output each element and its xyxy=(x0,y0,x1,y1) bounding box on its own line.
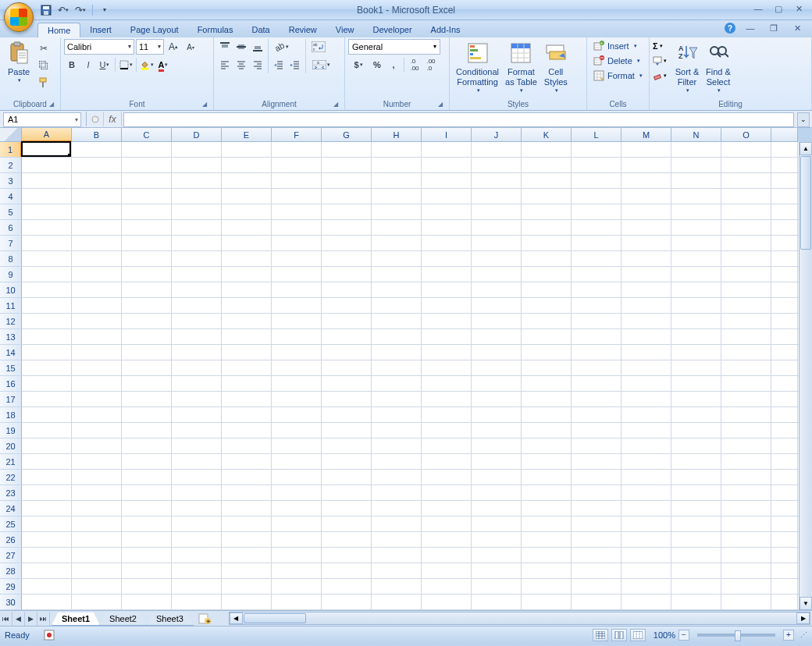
font-size-combo[interactable]: 11 xyxy=(136,39,164,55)
tab-home[interactable]: Home xyxy=(37,23,80,37)
row-header-1[interactable]: 1 xyxy=(0,142,22,158)
office-button[interactable] xyxy=(4,2,34,32)
page-layout-view-icon[interactable] xyxy=(611,629,627,641)
number-format-combo[interactable]: General xyxy=(348,39,440,55)
name-box-expand[interactable] xyxy=(86,112,103,126)
column-header-F[interactable]: F xyxy=(272,128,322,142)
copy-icon[interactable]: ⿻ xyxy=(36,58,52,73)
font-launcher-icon[interactable]: ◢ xyxy=(201,101,208,108)
row-header-12[interactable]: 12 xyxy=(0,314,22,329)
row-header-20[interactable]: 20 xyxy=(0,438,22,454)
row-header-30[interactable]: 30 xyxy=(0,595,22,610)
select-all-button[interactable] xyxy=(0,128,22,142)
column-header-H[interactable]: H xyxy=(372,128,422,142)
normal-view-icon[interactable] xyxy=(593,629,608,641)
number-launcher-icon[interactable]: ◢ xyxy=(436,101,444,108)
close-button[interactable]: ✕ xyxy=(790,3,807,14)
zoom-out-icon[interactable]: − xyxy=(678,630,689,641)
grow-font-icon[interactable]: A▴ xyxy=(166,39,181,55)
maximize-button[interactable]: ▢ xyxy=(770,3,787,14)
zoom-slider[interactable] xyxy=(697,634,775,637)
row-header-26[interactable]: 26 xyxy=(0,532,22,548)
minimize-button[interactable]: — xyxy=(750,3,767,14)
row-header-14[interactable]: 14 xyxy=(0,345,22,360)
cells-area[interactable] xyxy=(22,142,799,610)
redo-icon[interactable]: ↷▾ xyxy=(73,3,87,17)
clear-icon[interactable] xyxy=(653,69,668,83)
vertical-scroll-thumb[interactable] xyxy=(800,156,811,250)
column-header-A[interactable]: A xyxy=(22,128,72,142)
new-sheet-icon[interactable]: ✳ xyxy=(196,612,213,625)
first-sheet-icon[interactable]: ⏮ xyxy=(0,612,12,626)
column-header-O[interactable]: O xyxy=(721,128,771,142)
row-header-11[interactable]: 11 xyxy=(0,298,22,314)
help-icon[interactable]: ? xyxy=(725,23,735,34)
row-header-24[interactable]: 24 xyxy=(0,501,22,516)
sheet-tab-sheet2[interactable]: Sheet2 xyxy=(99,612,147,626)
column-header-N[interactable]: N xyxy=(671,128,721,142)
align-left-icon[interactable] xyxy=(217,57,233,73)
border-icon[interactable] xyxy=(118,57,134,73)
row-header-25[interactable]: 25 xyxy=(0,516,22,532)
row-header-16[interactable]: 16 xyxy=(0,376,22,392)
row-header-5[interactable]: 5 xyxy=(0,204,22,220)
scroll-up-icon[interactable]: ▲ xyxy=(800,142,812,155)
row-header-13[interactable]: 13 xyxy=(0,329,22,345)
tab-review[interactable]: Review xyxy=(280,23,326,37)
doc-minimize-button[interactable]: — xyxy=(742,23,759,34)
row-header-27[interactable]: 27 xyxy=(0,548,22,563)
align-bottom-icon[interactable] xyxy=(250,39,265,55)
row-header-19[interactable]: 19 xyxy=(0,423,22,438)
vertical-scrollbar[interactable]: ▲ ▼ xyxy=(799,142,812,610)
column-header-B[interactable]: B xyxy=(72,128,122,142)
sort-filter-button[interactable]: AZ Sort & Filter▾ xyxy=(671,39,703,96)
format-cells-button[interactable]: Format xyxy=(590,69,645,83)
fill-icon[interactable] xyxy=(653,54,668,68)
paste-button[interactable]: Paste▾ xyxy=(3,39,34,86)
cell-styles-button[interactable]: Cell Styles▾ xyxy=(540,39,572,96)
save-icon[interactable] xyxy=(39,3,53,17)
comma-icon[interactable]: , xyxy=(386,57,401,73)
doc-restore-button[interactable]: ❐ xyxy=(765,23,782,34)
tab-page-layout[interactable]: Page Layout xyxy=(121,23,188,37)
row-header-3[interactable]: 3 xyxy=(0,173,22,189)
clipboard-launcher-icon[interactable]: ◢ xyxy=(48,101,55,108)
column-header-K[interactable]: K xyxy=(522,128,572,142)
row-header-4[interactable]: 4 xyxy=(0,189,22,204)
prev-sheet-icon[interactable]: ◀ xyxy=(12,612,25,626)
row-header-29[interactable]: 29 xyxy=(0,579,22,595)
tab-insert[interactable]: Insert xyxy=(80,23,121,37)
next-sheet-icon[interactable]: ▶ xyxy=(25,612,37,626)
scroll-right-icon[interactable]: ▶ xyxy=(796,612,810,624)
decrease-decimal-icon[interactable]: .00.0 xyxy=(423,57,439,73)
increase-indent-icon[interactable] xyxy=(287,57,303,73)
horizontal-scroll-thumb[interactable] xyxy=(244,613,306,623)
page-break-view-icon[interactable] xyxy=(630,629,646,641)
find-select-button[interactable]: Find & Select▾ xyxy=(703,39,734,96)
align-center-icon[interactable] xyxy=(233,57,249,73)
qat-customize-icon[interactable]: ▾ xyxy=(98,3,112,17)
resize-grip-icon[interactable]: ⋰ xyxy=(800,631,807,639)
row-header-10[interactable]: 10 xyxy=(0,282,22,298)
insert-cells-button[interactable]: +Insert xyxy=(590,39,645,53)
decrease-indent-icon[interactable] xyxy=(271,57,287,73)
row-header-2[interactable]: 2 xyxy=(0,158,22,173)
autosum-icon[interactable]: Σ xyxy=(653,39,668,53)
increase-decimal-icon[interactable]: .0.00 xyxy=(407,57,422,73)
underline-icon[interactable]: U xyxy=(97,57,112,73)
formula-input[interactable] xyxy=(123,112,794,127)
zoom-level[interactable]: 100% xyxy=(654,630,675,640)
align-middle-icon[interactable] xyxy=(233,39,249,55)
shrink-font-icon[interactable]: A▾ xyxy=(183,39,198,55)
column-header-J[interactable]: J xyxy=(472,128,522,142)
tab-formulas[interactable]: Formulas xyxy=(188,23,243,37)
italic-icon[interactable]: I xyxy=(80,57,96,73)
column-header-E[interactable]: E xyxy=(222,128,272,142)
alignment-launcher-icon[interactable]: ◢ xyxy=(332,101,340,108)
row-header-9[interactable]: 9 xyxy=(0,267,22,282)
row-header-7[interactable]: 7 xyxy=(0,236,22,251)
align-top-icon[interactable] xyxy=(217,39,233,55)
bold-icon[interactable]: B xyxy=(64,57,80,73)
row-header-6[interactable]: 6 xyxy=(0,220,22,236)
last-sheet-icon[interactable]: ⏭ xyxy=(37,612,50,626)
